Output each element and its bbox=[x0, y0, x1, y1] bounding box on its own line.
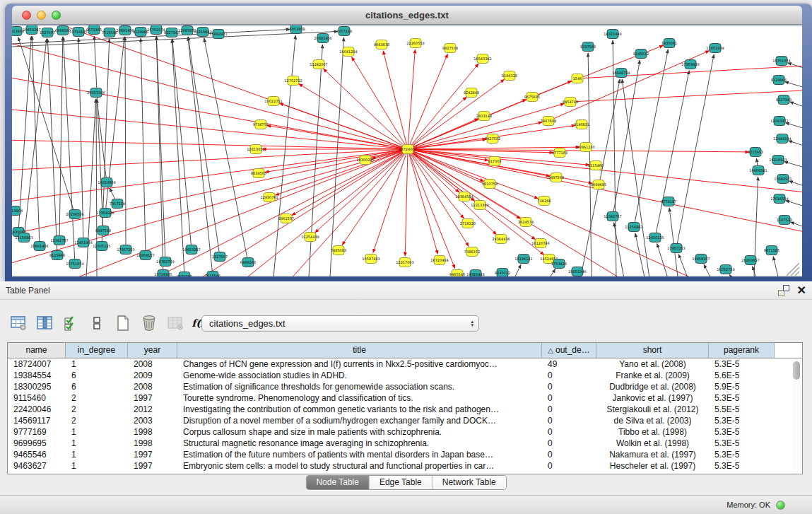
table-cell[interactable]: 0 bbox=[542, 370, 596, 381]
network-node[interactable]: 9083838 bbox=[374, 40, 389, 49]
table-row[interactable]: 911546021997Tourette syndrome. Phenomeno… bbox=[8, 392, 802, 404]
table-cell[interactable]: 5.3E-5 bbox=[709, 460, 775, 472]
network-node[interactable]: 17957253 bbox=[117, 245, 134, 255]
table-cell[interactable]: 2003 bbox=[128, 415, 177, 426]
network-edge[interactable] bbox=[729, 274, 743, 276]
network-edge[interactable] bbox=[408, 149, 484, 181]
network-edge[interactable] bbox=[330, 37, 343, 276]
network-node[interactable]: 9671385 bbox=[764, 246, 779, 255]
table-cell[interactable]: Corpus callosum shape and size in male p… bbox=[177, 426, 542, 438]
memory-ok-led-icon[interactable] bbox=[776, 501, 785, 510]
network-node[interactable]: 9827508 bbox=[442, 44, 458, 53]
network-node[interactable]: 7386372 bbox=[464, 247, 480, 257]
network-edge[interactable] bbox=[789, 102, 802, 110]
table-cell[interactable]: 9465546 bbox=[8, 449, 66, 460]
table-cell[interactable]: 0 bbox=[542, 415, 596, 426]
network-edge[interactable] bbox=[408, 147, 579, 149]
table-cell[interactable]: Yano et al. (2008) bbox=[596, 358, 709, 370]
network-edge[interactable] bbox=[63, 37, 75, 264]
network-node[interactable]: 9699695 bbox=[591, 180, 606, 189]
table-cell[interactable]: Structural magnetic resonance image aver… bbox=[177, 438, 542, 449]
table-cell[interactable]: 2008 bbox=[128, 381, 177, 392]
network-node[interactable]: 9397588 bbox=[580, 42, 596, 52]
table-cell[interactable]: 2009 bbox=[128, 370, 177, 381]
network-node[interactable]: 7485083 bbox=[331, 246, 346, 255]
network-node[interactable]: 9227343 bbox=[776, 95, 792, 105]
table-cell[interactable]: 49 bbox=[542, 358, 596, 370]
network-edge[interactable] bbox=[24, 39, 47, 238]
network-node[interactable]: 12752712 bbox=[284, 76, 302, 86]
network-edge[interactable] bbox=[12, 69, 408, 149]
table-row[interactable]: 2242004622012Investigating the contribut… bbox=[8, 404, 802, 415]
float-panel-icon[interactable] bbox=[778, 284, 790, 296]
table-cell[interactable]: Jankovic et al. (1997) bbox=[596, 392, 709, 404]
network-node[interactable]: 6466160 bbox=[240, 258, 256, 267]
network-edge[interactable] bbox=[408, 64, 478, 149]
network-node[interactable]: 1810754 bbox=[482, 180, 498, 189]
table-cell[interactable]: 5.3E-5 bbox=[709, 415, 775, 426]
network-edge[interactable] bbox=[188, 37, 220, 257]
network-node[interactable]: 16136141 bbox=[514, 255, 532, 264]
show-column-icon[interactable] bbox=[36, 315, 53, 332]
column-header-out_de[interactable]: △out_de… bbox=[542, 343, 596, 358]
table-cell[interactable]: 9699695 bbox=[8, 438, 66, 449]
network-edge[interactable] bbox=[383, 51, 408, 149]
network-node[interactable]: 12505135 bbox=[646, 233, 664, 243]
network-node[interactable]: 16041204 bbox=[339, 47, 357, 57]
network-edge[interactable] bbox=[408, 149, 497, 235]
network-edge[interactable] bbox=[784, 162, 802, 170]
table-cell[interactable]: 1 bbox=[66, 358, 128, 370]
network-node[interactable]: 9397588 bbox=[95, 226, 111, 235]
table-cell[interactable]: 22420046 bbox=[8, 404, 66, 415]
network-node[interactable]: 20691406 bbox=[314, 34, 331, 43]
network-edge[interactable] bbox=[156, 36, 165, 262]
tab-node-table[interactable]: Node Table bbox=[306, 476, 370, 489]
network-node[interactable]: 12342757 bbox=[50, 236, 68, 245]
network-node[interactable]: 9215953 bbox=[748, 148, 763, 157]
network-edge[interactable] bbox=[18, 36, 31, 232]
select-all-checks-icon[interactable] bbox=[62, 315, 79, 332]
network-edge[interactable] bbox=[342, 149, 408, 245]
network-node[interactable]: 9497568 bbox=[548, 173, 564, 182]
network-edge[interactable] bbox=[788, 63, 802, 71]
network-edge[interactable] bbox=[156, 36, 163, 274]
table-cell[interactable]: 9115460 bbox=[8, 392, 66, 404]
table-cell[interactable]: 5.3E-5 bbox=[709, 358, 775, 370]
network-node[interactable]: 7357224 bbox=[336, 27, 352, 36]
table-cell[interactable]: 9463627 bbox=[8, 460, 66, 472]
network-node[interactable]: 12444194 bbox=[773, 134, 791, 144]
network-node[interactable]: 16053809 bbox=[287, 25, 305, 34]
network-edge[interactable] bbox=[188, 37, 213, 276]
network-edge[interactable] bbox=[97, 99, 107, 182]
table-cell[interactable]: 5.9E-5 bbox=[709, 381, 775, 392]
network-edge[interactable] bbox=[405, 149, 408, 256]
table-cell[interactable]: 1997 bbox=[128, 449, 177, 460]
table-row[interactable]: 946554611997Estimation of the future num… bbox=[8, 449, 802, 460]
network-node[interactable]: 9245012 bbox=[495, 269, 510, 277]
table-cell[interactable]: 18724007 bbox=[8, 358, 66, 370]
network-node[interactable]: 9129966 bbox=[49, 251, 65, 260]
network-node[interactable]: 9129966 bbox=[133, 28, 148, 37]
table-cell[interactable]: 0 bbox=[542, 460, 596, 472]
table-cell[interactable]: 2 bbox=[66, 415, 128, 426]
table-selector-dropdown[interactable]: citations_edges.txt ▴▾ bbox=[201, 315, 479, 332]
network-node[interactable]: 10653287 bbox=[182, 245, 200, 255]
table-cell[interactable]: Tibbo et al. (1998) bbox=[596, 426, 709, 438]
table-cell[interactable]: 2012 bbox=[128, 404, 177, 415]
network-node[interactable]: 15751074 bbox=[772, 57, 790, 66]
network-node[interactable]: 20053346 bbox=[568, 267, 586, 276]
table-cell[interactable]: 1 bbox=[66, 438, 128, 449]
network-node[interactable]: 12342757 bbox=[604, 212, 621, 221]
table-cell[interactable]: Stergiakouli et al. (2012) bbox=[596, 404, 709, 415]
network-edge[interactable] bbox=[204, 38, 248, 262]
table-cell[interactable]: 0 bbox=[542, 449, 596, 460]
network-edge[interactable] bbox=[408, 97, 466, 149]
network-node[interactable]: 12217093 bbox=[396, 258, 413, 267]
table-row[interactable]: 977716911998Corpus callosum shape and si… bbox=[8, 426, 802, 438]
table-cell[interactable]: Disruption of a novel member of a sodium… bbox=[177, 415, 542, 426]
network-edge[interactable] bbox=[786, 201, 802, 209]
table-cell[interactable]: 6 bbox=[66, 370, 128, 381]
network-edge[interactable] bbox=[141, 38, 146, 255]
table-cell[interactable]: Estimation of the future numbers of pati… bbox=[177, 449, 542, 460]
network-edge[interactable] bbox=[125, 37, 126, 250]
